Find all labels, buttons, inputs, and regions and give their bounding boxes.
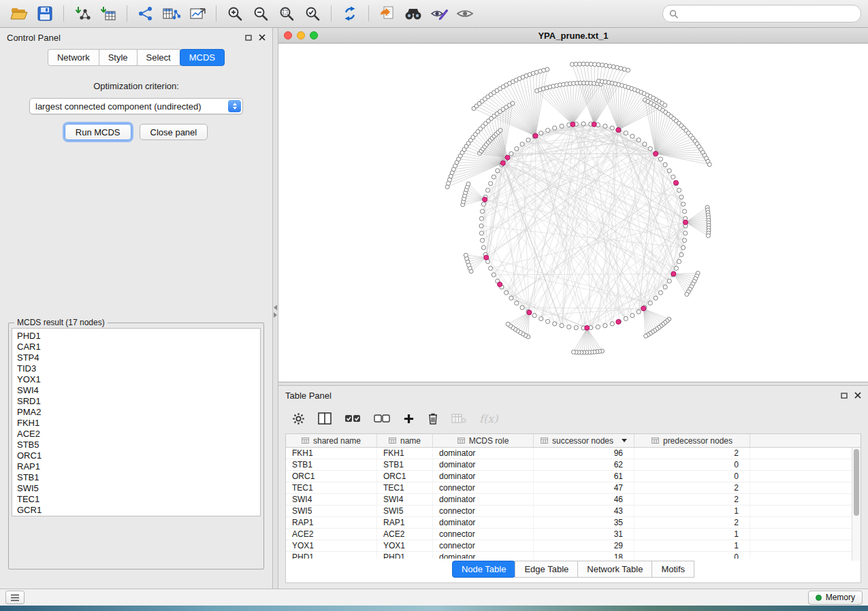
network-node[interactable] xyxy=(658,291,662,295)
table-row[interactable]: ACE2ACE2connector311 xyxy=(286,529,861,540)
network-node[interactable] xyxy=(610,126,614,130)
network-node[interactable] xyxy=(520,306,524,310)
refresh-view-button[interactable] xyxy=(338,3,362,24)
network-node[interactable] xyxy=(682,238,686,242)
network-node[interactable] xyxy=(509,152,513,156)
mcds-dominator-node[interactable] xyxy=(683,220,688,225)
table-row[interactable]: PHD1PHD1dominator180 xyxy=(286,552,861,559)
close-panel-icon[interactable] xyxy=(259,34,266,41)
zoom-selected-button[interactable] xyxy=(300,3,325,24)
network-node[interactable] xyxy=(648,301,652,305)
network-node[interactable] xyxy=(532,314,536,318)
table-row[interactable]: ORC1ORC1dominator610 xyxy=(286,471,861,482)
search-input[interactable] xyxy=(682,8,854,19)
table-row[interactable]: STB1STB1dominator620 xyxy=(286,459,861,471)
network-node[interactable] xyxy=(681,202,686,206)
clone-network-button[interactable] xyxy=(375,3,400,24)
open-file-button[interactable] xyxy=(7,3,31,24)
network-node[interactable] xyxy=(539,131,543,135)
network-node[interactable] xyxy=(553,322,557,326)
mcds-result-item[interactable]: YOX1 xyxy=(17,374,260,385)
network-node[interactable] xyxy=(624,131,628,135)
mcds-dominator-node[interactable] xyxy=(570,122,575,127)
table-row[interactable]: SWI5SWI5connector431 xyxy=(286,506,861,517)
mcds-result-item[interactable]: PHD1 xyxy=(17,331,260,342)
tab-node-table[interactable]: Node Table xyxy=(452,561,516,578)
close-panel-icon[interactable] xyxy=(854,392,861,399)
network-node[interactable] xyxy=(480,238,484,242)
mcds-result-item[interactable]: SWI4 xyxy=(17,385,260,396)
criterion-dropdown[interactable]: largest connected component (undirected) xyxy=(29,98,243,114)
find-button[interactable] xyxy=(401,3,425,24)
network-node[interactable] xyxy=(630,134,634,138)
mcds-result-item[interactable]: SRD1 xyxy=(17,396,260,407)
mcds-result-item[interactable]: STB5 xyxy=(17,440,260,450)
network-node[interactable] xyxy=(610,322,614,326)
network-node[interactable] xyxy=(515,147,519,151)
network-node[interactable] xyxy=(511,101,515,105)
mcds-dominator-node[interactable] xyxy=(527,310,532,315)
network-node[interactable] xyxy=(706,233,710,237)
network-node[interactable] xyxy=(604,63,608,67)
column-header-mcds-role[interactable]: MCDS role xyxy=(433,434,534,447)
network-node[interactable] xyxy=(685,293,689,297)
delete-column-button[interactable] xyxy=(428,412,438,425)
network-node[interactable] xyxy=(682,210,686,214)
network-node[interactable] xyxy=(674,266,678,270)
network-node[interactable] xyxy=(553,126,557,130)
network-node[interactable] xyxy=(480,210,484,214)
network-node[interactable] xyxy=(481,202,485,206)
float-panel-icon[interactable] xyxy=(841,393,848,399)
network-node[interactable] xyxy=(567,325,571,329)
mcds-result-item[interactable]: FKH1 xyxy=(17,418,260,429)
tab-style[interactable]: Style xyxy=(99,49,138,66)
mcds-dominator-node[interactable] xyxy=(483,197,487,202)
table-row[interactable]: SWI4SWI4dominator462 xyxy=(286,494,861,506)
memory-button[interactable]: Memory xyxy=(808,591,863,605)
mcds-dominator-node[interactable] xyxy=(585,325,590,330)
network-node[interactable] xyxy=(571,350,575,354)
network-node[interactable] xyxy=(585,62,590,66)
close-panel-button[interactable]: Close panel xyxy=(140,124,208,140)
network-node[interactable] xyxy=(574,326,578,330)
zoom-in-button[interactable] xyxy=(223,3,247,24)
tab-motifs[interactable]: Motifs xyxy=(652,561,694,578)
network-node[interactable] xyxy=(492,175,496,179)
float-panel-icon[interactable] xyxy=(245,35,252,41)
mcds-result-item[interactable]: CAR1 xyxy=(17,342,260,352)
mcds-result-item[interactable]: SWI5 xyxy=(17,483,260,494)
mcds-result-item[interactable]: ORC1 xyxy=(17,450,260,461)
mcds-dominator-node[interactable] xyxy=(641,306,646,311)
network-node[interactable] xyxy=(624,316,628,320)
network-node[interactable] xyxy=(663,103,667,108)
network-node[interactable] xyxy=(684,231,688,235)
mcds-dominator-node[interactable] xyxy=(673,180,678,185)
network-node[interactable] xyxy=(663,285,667,289)
minimize-window-button[interactable] xyxy=(297,31,305,39)
mcds-result-item[interactable]: GCR1 xyxy=(17,505,260,516)
network-node[interactable] xyxy=(626,68,630,72)
network-from-table-button[interactable] xyxy=(159,3,184,24)
network-node[interactable] xyxy=(667,169,671,173)
network-node[interactable] xyxy=(546,128,550,132)
maximize-window-button[interactable] xyxy=(310,31,318,39)
network-node[interactable] xyxy=(560,324,564,328)
network-node[interactable] xyxy=(506,322,510,326)
network-node[interactable] xyxy=(677,259,681,263)
network-node[interactable] xyxy=(581,122,585,126)
mcds-result-item[interactable]: TEC1 xyxy=(17,494,260,505)
table-row[interactable]: TEC1TEC1connector472 xyxy=(286,482,861,494)
column-header-shared-name[interactable]: shared name xyxy=(286,434,377,447)
network-canvas[interactable] xyxy=(278,44,868,382)
network-node[interactable] xyxy=(679,252,684,257)
mcds-dominator-node[interactable] xyxy=(484,255,489,260)
network-node[interactable] xyxy=(667,279,671,283)
network-node[interactable] xyxy=(479,216,483,220)
mcds-dominator-node[interactable] xyxy=(592,122,596,127)
mcds-dominator-node[interactable] xyxy=(498,282,502,287)
select-all-rows-button[interactable] xyxy=(344,413,361,424)
save-session-button[interactable] xyxy=(33,3,57,24)
mcds-result-item[interactable]: ACE2 xyxy=(17,429,260,440)
mcds-dominator-node[interactable] xyxy=(533,133,538,138)
new-network-button[interactable] xyxy=(133,3,158,24)
